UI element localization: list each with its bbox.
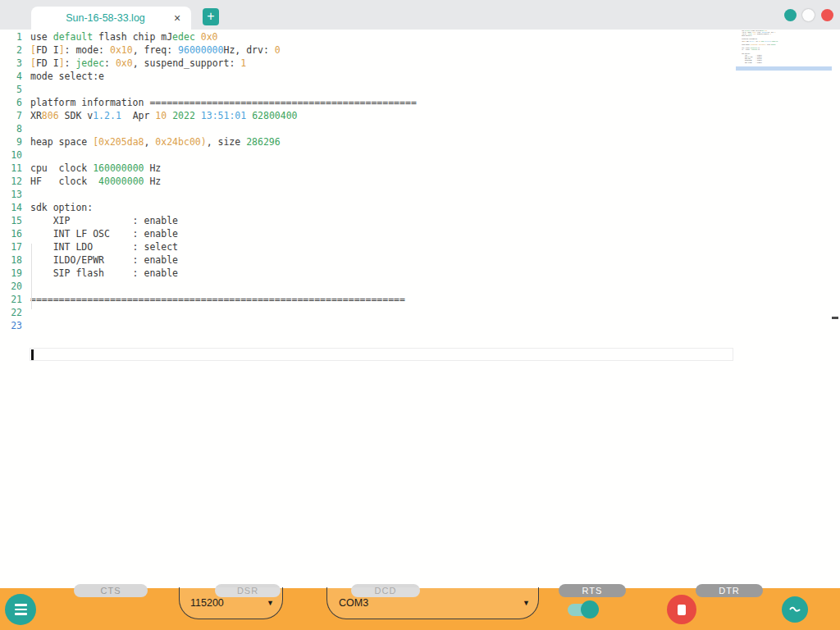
indent-guide [31,244,32,309]
line-number: 8 [0,122,22,135]
editor-area[interactable]: 1use default flash chip mJedec 0x02[FD I… [0,30,840,588]
editor-line: 11cpu clock 160000000 Hz [0,162,840,175]
line-number: 22 [0,306,22,319]
line-number: 1 [0,30,22,43]
tab-title: Sun-16-58-33.log [31,12,168,24]
line-number: 23 [0,319,22,332]
line-number: 12 [0,175,22,188]
minimap-active-line-marker [736,66,832,71]
line-number: 9 [0,135,22,148]
window-maximize-button[interactable] [802,9,815,21]
editor-line: 21======================================… [0,293,840,306]
editor-line: 2[FD I]: mode: 0x10, freq: 96000000Hz, d… [0,43,840,57]
waveform-icon [788,602,802,617]
tab-log-file[interactable]: Sun-16-58-33.log × [31,7,191,30]
hamburger-icon [15,604,27,606]
editor-line: 20 [0,280,840,293]
editor-line: 9heap space [0x205da8, 0x24bc00), size 2… [0,135,840,148]
editor-line: 8 [0,122,840,135]
log-lines: 1use default flash chip mJedec 0x02[FD I… [0,30,840,332]
line-number: 15 [0,214,22,227]
line-number: 20 [0,280,22,293]
line-number: 21 [0,293,22,306]
editor-line: 4mode select:e [0,70,840,83]
line-number: 10 [0,148,22,162]
chevron-down-icon: ▼ [267,599,274,607]
editor-line: 14sdk option: [0,201,840,214]
rts-toggle-thumb[interactable] [581,600,599,619]
line-number: 18 [0,253,22,267]
menu-button[interactable] [5,594,36,625]
line-number: 11 [0,162,22,175]
new-tab-button[interactable]: + [203,8,219,25]
editor-line: 3[FD I]: jedec: 0x0, suspend_support: 1 [0,57,840,70]
editor-line: 18 ILDO/EPWR : enable [0,253,840,267]
editor-line: 15 XIP : enable [0,214,840,227]
editor-line: 22 [0,306,840,319]
window-minimize-button[interactable] [784,9,797,21]
line-number: 7 [0,109,22,122]
line-number: 17 [0,240,22,253]
line-number: 2 [0,43,22,57]
line-number: 14 [0,201,22,214]
text-cursor [31,349,34,360]
line-number: 16 [0,227,22,240]
baud-rate-value: 115200 [190,597,224,609]
editor-line: 23 [0,319,840,332]
stop-button[interactable] [667,595,696,624]
baud-rate-select[interactable]: 115200 ▼ [179,587,283,619]
tab-bar: Sun-16-58-33.log × + [0,0,840,30]
editor-line: 10 [0,148,840,162]
line-number: 4 [0,70,22,83]
editor-line: 12HF clock 40000000 Hz [0,175,840,188]
line-number: 13 [0,188,22,201]
line-number: 5 [0,83,22,96]
editor-line: 19 SIP flash : enable [0,267,840,280]
editor-line: 13 [0,188,840,201]
com-port-select[interactable]: COM3 ▼ [326,587,539,619]
waveform-button[interactable] [782,596,808,623]
signal-pill-rts[interactable]: RTS [559,584,626,597]
com-port-value: COM3 [339,597,368,609]
window-close-button[interactable] [821,9,833,21]
current-line-highlight [30,348,733,361]
chevron-down-icon: ▼ [523,599,530,607]
stop-icon [678,605,686,615]
line-number: 19 [0,267,22,280]
tab-close-icon[interactable]: × [168,9,186,27]
editor-line: 17 INT LDO : select [0,240,840,253]
signal-pill-cts: CTS [74,584,148,597]
editor-line: 1use default flash chip mJedec 0x0 [0,30,840,43]
editor-line: 5 [0,83,840,96]
editor-line: 6platform information ==================… [0,96,840,109]
editor-line: 16 INT LF OSC : enable [0,227,840,240]
line-number: 3 [0,57,22,70]
overview-ruler-cursor-mark [832,317,838,319]
line-number: 6 [0,96,22,109]
signal-pill-dtr[interactable]: DTR [696,584,763,597]
editor-line: 7XR806 SDK v1.2.1 Apr 10 2022 13:51:01 6… [0,109,840,122]
minimap[interactable]: use default flash chip mJedec 0x0[FD I]:… [741,30,802,128]
